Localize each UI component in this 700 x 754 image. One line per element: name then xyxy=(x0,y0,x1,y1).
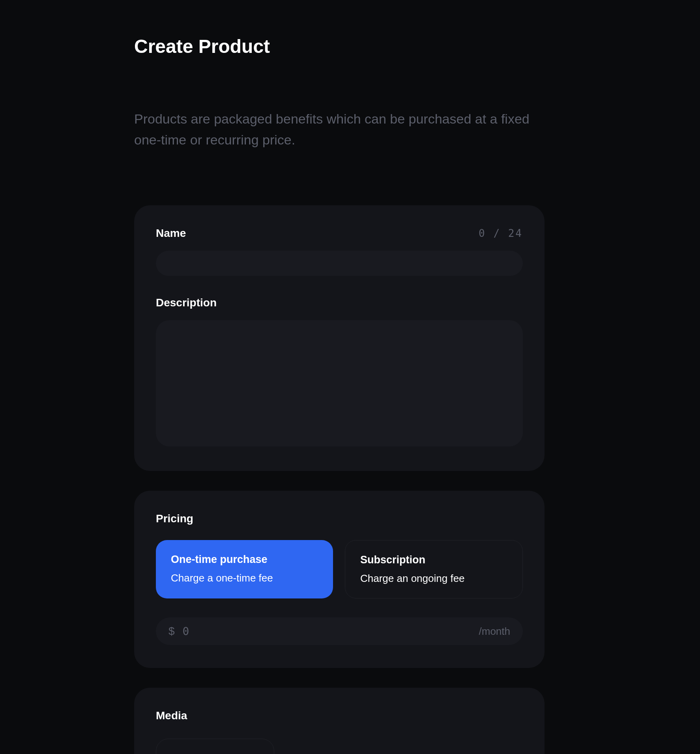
media-label: Media xyxy=(156,709,187,722)
name-field: Name 0 / 24 xyxy=(156,227,523,276)
pricing-option-title: One-time purchase xyxy=(171,553,318,566)
name-label: Name xyxy=(156,227,186,240)
pricing-panel: Pricing One-time purchase Charge a one-t… xyxy=(134,491,545,668)
media-panel: Media Add product media xyxy=(134,688,545,754)
page-title: Create Product xyxy=(134,36,566,57)
name-char-counter: 0 / 24 xyxy=(479,227,523,239)
pricing-option-onetime[interactable]: One-time purchase Charge a one-time fee xyxy=(156,540,333,598)
pricing-option-desc: Charge an ongoing fee xyxy=(360,572,507,585)
description-input[interactable] xyxy=(156,320,523,446)
pricing-option-title: Subscription xyxy=(360,554,507,566)
price-period: /month xyxy=(479,625,511,638)
pricing-option-desc: Charge a one-time fee xyxy=(171,572,318,584)
pricing-label: Pricing xyxy=(156,512,193,525)
pricing-option-subscription[interactable]: Subscription Charge an ongoing fee xyxy=(345,540,523,598)
media-dropzone[interactable]: Add product media xyxy=(156,739,274,754)
basic-info-panel: Name 0 / 24 Description xyxy=(134,205,545,471)
name-input[interactable] xyxy=(156,251,523,276)
description-field: Description xyxy=(156,296,523,448)
price-input-row: $ /month xyxy=(156,617,523,645)
currency-symbol: $ xyxy=(168,625,175,638)
page-subtitle: Products are packaged benefits which can… xyxy=(134,109,548,150)
price-amount-input[interactable] xyxy=(183,625,479,638)
description-label: Description xyxy=(156,296,217,309)
